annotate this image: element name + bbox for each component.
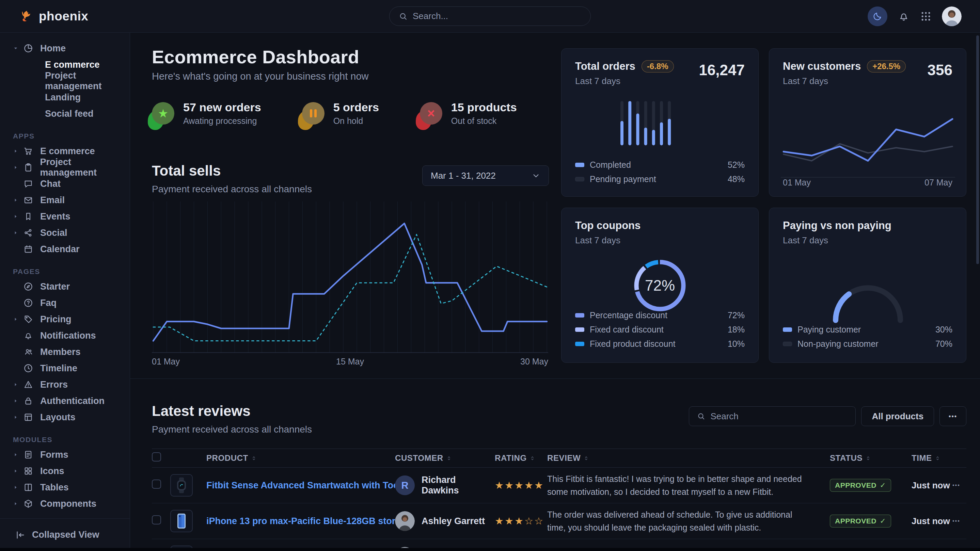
status-cell: APPROVED✓	[830, 514, 912, 527]
all-products-button[interactable]: All products	[861, 407, 934, 426]
sort-icon	[583, 456, 589, 461]
product-link[interactable]: iPhone 13 pro max-Pacific Blue-128GB sto…	[206, 516, 395, 527]
new-customers-x-end: 07 May	[924, 178, 952, 187]
global-search-input[interactable]	[413, 11, 582, 21]
scrollbar[interactable]	[976, 35, 979, 264]
caret-right-icon	[12, 164, 22, 171]
reviews-search-input[interactable]	[710, 411, 848, 422]
sidebar-item-email[interactable]: Email	[0, 192, 130, 208]
column-header-label: REVIEW	[547, 453, 581, 463]
legend-row: Pending payment48%	[575, 174, 745, 184]
product-thumb-cell	[170, 474, 206, 497]
box-icon	[23, 499, 35, 509]
main-content: Ecommerce Dashboard Here's what's going …	[130, 33, 980, 551]
users-icon	[23, 347, 35, 357]
column-header-time[interactable]: TIME	[912, 453, 952, 463]
sidebar-subitem-social-feed[interactable]: Social feed	[0, 105, 130, 122]
sidebar-item-starter[interactable]: Starter	[0, 278, 130, 295]
warning-icon	[23, 380, 35, 390]
date-range-select[interactable]: Mar 1 - 31, 2022	[422, 165, 549, 186]
sidebar-item-pricing[interactable]: Pricing	[0, 311, 130, 327]
sidebar-subitem-project-management[interactable]: Project management	[0, 73, 130, 89]
column-header-customer[interactable]: CUSTOMER	[395, 453, 495, 463]
column-header-review[interactable]: REVIEW	[547, 453, 830, 463]
row-checkbox[interactable]	[152, 480, 161, 489]
row-menu-button[interactable]: •••	[952, 482, 966, 488]
sidebar-item-label: Social	[40, 228, 67, 238]
quick-stat-text: 57 new ordersAwating processing	[183, 101, 261, 126]
sidebar-item-label: Events	[40, 211, 70, 222]
new-customers-value: 356	[928, 62, 952, 79]
review-text: The order was delivered ahead of schedul…	[547, 508, 830, 534]
column-header-status[interactable]: STATUS	[830, 453, 912, 463]
row-menu-button[interactable]: •••	[952, 518, 966, 524]
row-checkbox[interactable]	[152, 515, 161, 524]
quick-stat-label: On hold	[333, 116, 379, 126]
stat-circle: ★	[152, 102, 174, 125]
sidebar-item-notifications[interactable]: Notifications	[0, 327, 130, 344]
sidebar-subitem-landing[interactable]: Landing	[0, 89, 130, 105]
total-orders-title: Total orders	[575, 60, 635, 73]
total-orders-bar-chart	[619, 100, 676, 150]
sidebar-item-errors[interactable]: Errors	[0, 376, 130, 393]
customer-name: Richard Dawkins	[422, 475, 495, 496]
sidebar-section-label: PAGES	[0, 257, 130, 278]
sidebar-item-authentication[interactable]: Authentication	[0, 393, 130, 409]
check-icon: ✓	[880, 481, 886, 489]
sidebar-item-label: Starter	[40, 281, 70, 292]
total-sells-subtitle: Payment received across all channels	[152, 184, 312, 195]
column-header-label: CUSTOMER	[395, 453, 443, 463]
caret-right-icon	[12, 397, 22, 404]
section-divider	[130, 378, 980, 379]
collapse-view-label: Collapsed View	[32, 530, 99, 540]
top-coupons-period: Last 7 days	[575, 235, 641, 246]
sidebar-item-icons[interactable]: Icons	[0, 463, 130, 479]
top-coupons-title: Top coupons	[575, 219, 641, 232]
reviews-table-header: PRODUCTCUSTOMERRATINGREVIEWSTATUSTIME	[152, 449, 966, 468]
notifications-button[interactable]	[897, 10, 910, 22]
total-orders-badge: -6.8%	[641, 60, 674, 73]
select-all-checkbox[interactable]	[152, 452, 161, 462]
sort-icon	[251, 456, 257, 461]
moon-icon	[872, 11, 883, 21]
sidebar-item-timeline[interactable]: Timeline	[0, 360, 130, 376]
column-header-rating[interactable]: RATING	[495, 453, 547, 463]
global-search[interactable]	[389, 6, 591, 26]
sidebar-item-project-management[interactable]: Project management	[0, 159, 130, 176]
window-edge	[0, 548, 980, 551]
sidebar-item-chat[interactable]: Chat	[0, 176, 130, 192]
columns-icon	[23, 482, 35, 492]
compass-icon	[23, 281, 35, 292]
sidebar-item-label: Project management	[40, 157, 130, 178]
sidebar-item-forms[interactable]: Forms	[0, 446, 130, 463]
table-row: Fitbit Sense Advanced Smartwatch with To…	[152, 468, 966, 503]
sidebar-item-faq[interactable]: Faq	[0, 295, 130, 311]
reviews-more-button[interactable]: •••	[939, 407, 966, 426]
user-avatar[interactable]	[942, 6, 962, 26]
paying-title: Paying vs non paying	[783, 219, 891, 232]
theme-toggle-button[interactable]	[868, 6, 888, 26]
column-header-product[interactable]: PRODUCT	[206, 453, 395, 463]
new-customers-card: New customers +26.5% Last 7 days 356 01 …	[769, 48, 966, 197]
review-time: Just now	[912, 480, 952, 491]
star-icon: ★	[152, 102, 174, 125]
legend-row: Completed52%	[575, 160, 745, 170]
sidebar-item-layouts[interactable]: Layouts	[0, 409, 130, 426]
sidebar-item-calendar[interactable]: Calendar	[0, 241, 130, 257]
total-sells-x-axis: 01 May15 May30 May	[152, 357, 548, 367]
x-tick-label: 30 May	[520, 357, 548, 367]
sidebar-item-events[interactable]: Events	[0, 208, 130, 225]
collapse-view-button[interactable]: Collapsed View	[0, 518, 130, 551]
review-time: Just now	[912, 516, 952, 527]
brand-logo[interactable]: phoenix	[0, 9, 88, 24]
sidebar-item-home[interactable]: Home	[0, 40, 130, 57]
product-link[interactable]: Fitbit Sense Advanced Smartwatch with To…	[206, 480, 395, 491]
reviews-search[interactable]	[689, 407, 856, 426]
sidebar-item-tables[interactable]: Tables	[0, 479, 130, 495]
sidebar-item-components[interactable]: Components	[0, 495, 130, 512]
sidebar-item-members[interactable]: Members	[0, 344, 130, 360]
legend-label: Percentage discount	[590, 310, 667, 320]
apps-menu-button[interactable]	[920, 11, 932, 22]
total-orders-value: 16,247	[699, 62, 745, 79]
sidebar-item-social[interactable]: Social	[0, 225, 130, 241]
